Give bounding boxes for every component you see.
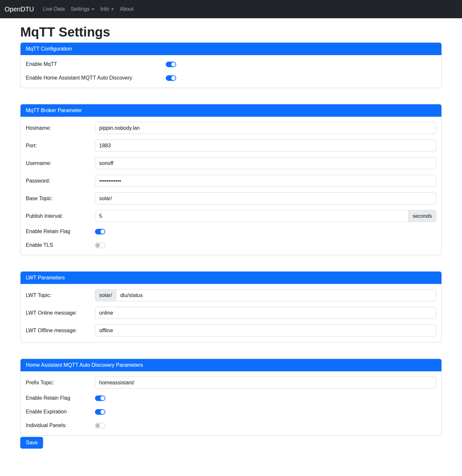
form-row-lwt-topic: LWT Topic: solar/ [26, 289, 436, 301]
tls-toggle[interactable] [95, 243, 105, 248]
field-label: Username: [26, 160, 95, 166]
toggle-knob [96, 424, 100, 428]
hostname-input[interactable] [95, 122, 436, 134]
nav-item-label: Settings [71, 6, 90, 12]
form-row-lwt-online: LWT Online message: [26, 307, 436, 319]
enable-hass-discovery-toggle[interactable] [166, 75, 176, 81]
field-label: Prefix Topic: [26, 380, 95, 386]
card-lwt-parameters: LWT Parameters LWT Topic: solar/ LWT Onl… [20, 271, 442, 343]
lwt-topic-prefix-addon: solar/ [95, 289, 116, 301]
form-row-enable-retain-flag: Enable Retain Flag [26, 228, 436, 235]
toggle-knob [100, 410, 105, 414]
field-label: Hostname: [26, 125, 95, 131]
form-row-publish-interval: Publish Interval: seconds [26, 210, 436, 222]
username-input[interactable] [95, 157, 436, 169]
field-label: Enable Expiration [26, 409, 95, 415]
base-topic-input[interactable] [95, 192, 436, 204]
publish-interval-input[interactable] [95, 210, 408, 222]
chevron-down-icon [92, 8, 94, 10]
page-title: MqTT Settings [20, 24, 442, 40]
card-hass-discovery-parameters: Home Assistant MQTT Auto Discovery Param… [20, 359, 442, 436]
brand-logo[interactable]: OpenDTU [5, 6, 34, 13]
card-header: MqTT Broker Parameter [21, 104, 441, 117]
seconds-unit-addon: seconds [408, 210, 436, 222]
chevron-down-icon [111, 8, 114, 10]
form-row-base-topic: Base Topic: [26, 192, 436, 204]
form-row-individual-panels: Individual Panels: [26, 422, 436, 429]
field-label: Enable MqTT [26, 61, 166, 67]
form-row-lwt-offline: LWT Offline message: [26, 324, 436, 336]
form-row-enable-tls: Enable TLS [26, 241, 436, 249]
individual-panels-toggle[interactable] [95, 423, 105, 428]
field-label: Base Topic: [26, 196, 95, 201]
port-input[interactable] [95, 140, 436, 152]
retain-flag-toggle[interactable] [95, 229, 105, 234]
field-label: LWT Topic: [26, 292, 95, 298]
form-row-hass-retain-flag: Enable Retain Flag [26, 394, 436, 402]
save-button[interactable]: Save [20, 437, 43, 449]
field-label: Enable Retain Flag [26, 395, 95, 401]
nav-item-label: Info [100, 6, 109, 12]
field-label: LWT Online message: [26, 310, 95, 316]
form-row-port: Port: [26, 140, 436, 152]
card-mqtt-broker-parameter: MqTT Broker Parameter Hostname: Port: Us… [20, 104, 442, 255]
toggle-knob [171, 62, 176, 67]
toggle-knob [100, 230, 105, 234]
nav-item-label: About [120, 6, 133, 12]
form-row-enable-mqtt: Enable MqTT [26, 60, 436, 68]
form-row-prefix-topic: Prefix Topic: [26, 377, 436, 389]
top-navbar: OpenDTU Live Data Settings Info About [0, 0, 462, 18]
form-row-enable-hass-discovery: Enable Home Assistant MQTT Auto Discover… [26, 74, 436, 82]
form-row-username: Username: [26, 157, 436, 169]
toggle-knob [171, 76, 176, 80]
nav-item-live-data[interactable]: Live Data [40, 4, 68, 15]
field-label: LWT Offline message: [26, 328, 95, 334]
lwt-topic-input[interactable] [116, 289, 436, 301]
field-label: Enable TLS [26, 242, 95, 248]
card-mqtt-configuration: MqTT Configuration Enable MqTT Enable Ho… [20, 42, 442, 88]
form-row-hostname: Hostname: [26, 122, 436, 134]
lwt-online-input[interactable] [95, 307, 436, 319]
nav-item-info[interactable]: Info [97, 4, 117, 15]
card-header: MqTT Configuration [21, 43, 441, 55]
card-header: LWT Parameters [21, 272, 441, 284]
form-row-hass-expiration: Enable Expiration [26, 408, 436, 416]
field-label: Port: [26, 143, 95, 149]
nav-item-settings[interactable]: Settings [68, 4, 98, 15]
nav-item-about[interactable]: About [117, 4, 136, 15]
field-label: Enable Retain Flag [26, 229, 95, 234]
nav-item-label: Live Data [43, 6, 65, 12]
prefix-topic-input[interactable] [95, 377, 436, 389]
card-header: Home Assistant MQTT Auto Discovery Param… [21, 359, 441, 371]
toggle-knob [100, 396, 105, 400]
toggle-knob [96, 243, 100, 247]
password-input[interactable] [95, 175, 436, 187]
field-label: Password: [26, 178, 95, 184]
hass-retain-flag-toggle[interactable] [95, 395, 105, 401]
field-label: Enable Home Assistant MQTT Auto Discover… [26, 75, 166, 81]
lwt-offline-input[interactable] [95, 324, 436, 336]
enable-mqtt-toggle[interactable] [166, 62, 176, 67]
hass-expiration-toggle[interactable] [95, 409, 105, 415]
form-row-password: Password: [26, 175, 436, 187]
field-label: Publish Interval: [26, 213, 95, 219]
field-label: Individual Panels: [26, 423, 95, 428]
